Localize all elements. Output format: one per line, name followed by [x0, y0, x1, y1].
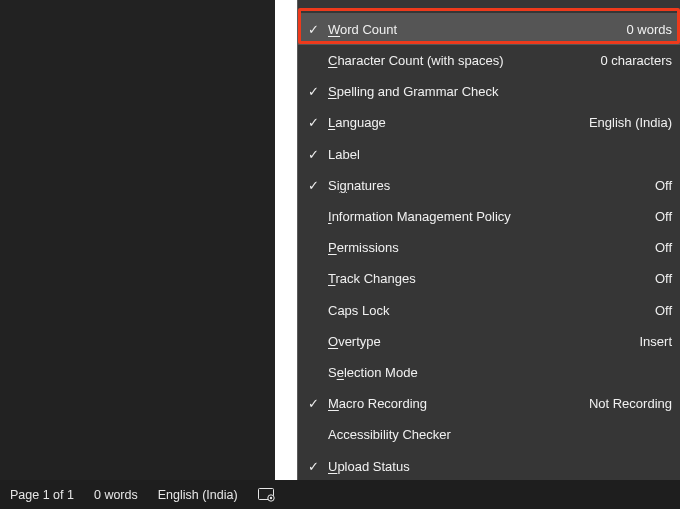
menu-item-14[interactable]: ✓Upload Status: [298, 450, 680, 481]
menu-item-value: Off: [655, 240, 680, 255]
menu-item-value: Off: [655, 271, 680, 286]
menu-item-11[interactable]: Selection Mode: [298, 357, 680, 388]
menu-item-label: Label: [328, 147, 672, 162]
menu-item-9[interactable]: Caps LockOff: [298, 295, 680, 326]
check-icon: ✓: [298, 115, 328, 130]
menu-item-label: Signatures: [328, 178, 655, 193]
menu-item-value: 0 words: [626, 22, 680, 37]
menu-item-label: Language: [328, 115, 589, 130]
check-icon: ✓: [298, 459, 328, 474]
menu-item-label: Word Count: [328, 22, 626, 37]
menu-item-value: Insert: [639, 334, 680, 349]
status-page[interactable]: Page 1 of 1: [0, 480, 84, 509]
menu-item-value: Not Recording: [589, 396, 680, 411]
menu-item-label: Accessibility Checker: [328, 427, 672, 442]
menu-item-10[interactable]: OvertypeInsert: [298, 326, 680, 357]
menu-item-label: Upload Status: [328, 459, 672, 474]
menu-item-label: Information Management Policy: [328, 209, 655, 224]
document-background: [0, 0, 275, 480]
status-word-count[interactable]: 0 words: [84, 480, 148, 509]
check-icon: ✓: [298, 22, 328, 37]
document-page-edge: [275, 0, 297, 480]
check-icon: ✓: [298, 147, 328, 162]
menu-item-value: Off: [655, 178, 680, 193]
menu-item-7[interactable]: PermissionsOff: [298, 232, 680, 263]
menu-item-6[interactable]: Information Management PolicyOff: [298, 201, 680, 232]
check-icon: ✓: [298, 178, 328, 193]
menu-item-value: Off: [655, 209, 680, 224]
menu-item-3[interactable]: ✓LanguageEnglish (India): [298, 107, 680, 138]
menu-item-1[interactable]: Character Count (with spaces)0 character…: [298, 45, 680, 76]
menu-item-value: Off: [655, 303, 680, 318]
menu-item-partial[interactable]: [298, 0, 680, 13]
menu-item-label: Caps Lock: [328, 303, 655, 318]
menu-item-value: English (India): [589, 115, 680, 130]
menu-item-value: 0 characters: [600, 53, 680, 68]
menu-item-label: Spelling and Grammar Check: [328, 84, 672, 99]
menu-item-label: Selection Mode: [328, 365, 672, 380]
menu-item-label: Macro Recording: [328, 396, 589, 411]
menu-item-2[interactable]: ✓Spelling and Grammar Check: [298, 76, 680, 107]
menu-item-label: Character Count (with spaces): [328, 53, 600, 68]
menu-item-0[interactable]: ✓Word Count0 words: [298, 13, 680, 45]
status-language[interactable]: English (India): [148, 480, 248, 509]
menu-item-label: Overtype: [328, 334, 639, 349]
menu-item-label: Track Changes: [328, 271, 655, 286]
menu-item-label: Permissions: [328, 240, 655, 255]
status-bar: Page 1 of 1 0 words English (India): [0, 480, 680, 509]
check-icon: ✓: [298, 84, 328, 99]
svg-point-2: [269, 496, 271, 498]
menu-item-13[interactable]: Accessibility Checker: [298, 419, 680, 450]
status-macro-icon[interactable]: [248, 480, 286, 509]
macro-record-icon: [258, 488, 276, 502]
check-icon: ✓: [298, 396, 328, 411]
menu-item-12[interactable]: ✓Macro RecordingNot Recording: [298, 388, 680, 419]
menu-item-8[interactable]: Track ChangesOff: [298, 263, 680, 294]
menu-item-4[interactable]: ✓Label: [298, 139, 680, 170]
menu-item-5[interactable]: ✓SignaturesOff: [298, 170, 680, 201]
status-bar-customize-menu: ✓Word Count0 wordsCharacter Count (with …: [297, 0, 680, 509]
